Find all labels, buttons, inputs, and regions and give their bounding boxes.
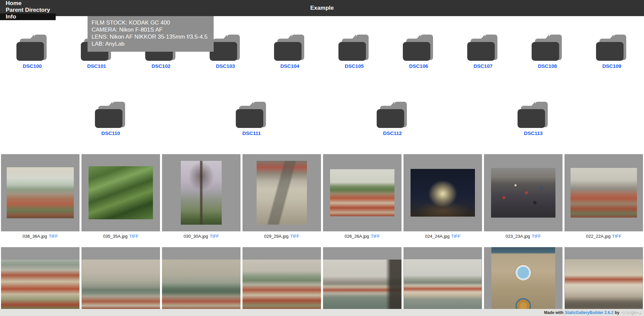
folder-item-dsc100[interactable]: DSC100 [0, 35, 64, 69]
footer-builder-link[interactable]: StaticGalleryBuilder 2.6.2 [565, 310, 613, 315]
thumbnail-image[interactable] [82, 260, 160, 312]
thumbnail-box[interactable] [404, 154, 482, 231]
thumbnail-cell [0, 247, 80, 316]
folder-label[interactable]: DSC110 [101, 130, 120, 136]
folder-label[interactable]: DSC107 [474, 63, 493, 69]
folder-icon-front [532, 42, 559, 61]
folder-icon-front [377, 109, 404, 128]
thumbnail-box[interactable] [404, 247, 482, 316]
thumbnail-box[interactable] [82, 247, 160, 316]
folder-item-dsc105[interactable]: DSC105 [322, 35, 386, 69]
info-tooltip-line: LENS: Nikon AF NIKKOR 35-135mm f/3.5-4.5 [92, 33, 210, 40]
thumbnail-box[interactable] [484, 247, 562, 316]
tiff-link[interactable]: TIFF [210, 234, 219, 239]
thumbnail-image[interactable] [491, 168, 555, 218]
thumbnail-box[interactable] [243, 247, 321, 316]
thumbnail-caption: 030_30A.jpgTIFF [162, 234, 240, 239]
folder-label[interactable]: DSC100 [23, 63, 42, 69]
thumbnail-filename: 022_22A.jpg [586, 234, 610, 239]
folder-icon-front [467, 42, 495, 61]
folder-label[interactable]: DSC103 [216, 63, 235, 69]
folder-item-dsc112[interactable]: DSC112 [322, 102, 463, 136]
tiff-link[interactable]: TIFF [612, 234, 621, 239]
folder-label[interactable]: DSC104 [280, 63, 300, 69]
tiff-link[interactable]: TIFF [371, 234, 380, 239]
folder-item-dsc106[interactable]: DSC106 [386, 35, 451, 69]
folder-item-dsc110[interactable]: DSC110 [40, 102, 181, 136]
thumbnail-box[interactable] [1, 247, 79, 316]
thumbnail-image[interactable] [571, 168, 637, 218]
folder-row-2: DSC110DSC111DSC112DSC113 [0, 102, 644, 136]
thumbnail-image[interactable] [243, 260, 321, 312]
thumbnail-box[interactable] [82, 154, 160, 231]
footer-brand-logo[interactable]: </srgn> [621, 310, 639, 315]
thumbnail-box[interactable] [484, 154, 562, 231]
folder-icon-front [403, 42, 430, 61]
folder-label[interactable]: DSC113 [524, 130, 543, 136]
info-tooltip-line: LAB: AnyLab [92, 40, 210, 47]
folder-label[interactable]: DSC111 [242, 130, 261, 136]
folder-icon-front [596, 42, 624, 61]
folder-icon [518, 102, 549, 128]
nav-item-info[interactable]: Info [0, 13, 56, 20]
thumbnail-caption: 024_24A.jpgTIFF [404, 234, 482, 239]
thumbnail-cell: 030_30A.jpgTIFF [161, 154, 241, 247]
folder-label[interactable]: DSC101 [87, 63, 106, 69]
tiff-link[interactable]: TIFF [49, 234, 58, 239]
nav-item-home[interactable]: Home [0, 0, 56, 7]
folder-label[interactable]: DSC109 [602, 63, 622, 69]
thumbnail-cell: 024_24A.jpgTIFF [402, 154, 483, 247]
thumbnail-box[interactable] [323, 247, 401, 316]
tiff-link[interactable]: TIFF [532, 234, 541, 239]
thumbnail-image[interactable] [181, 161, 222, 225]
navbar-items: HomeParent DirectoryInfo [0, 0, 56, 16]
folder-icon [16, 35, 48, 61]
thumbnail-image[interactable] [1, 260, 79, 312]
folder-label[interactable]: DSC112 [383, 130, 402, 136]
thumbnail-box[interactable] [1, 154, 79, 231]
thumbnail-image[interactable] [411, 169, 475, 217]
thumbnail-image[interactable] [323, 260, 401, 312]
folder-label[interactable]: DSC106 [409, 63, 428, 69]
thumbnail-box[interactable] [243, 154, 321, 231]
thumbnail-cell: 029_29A.jpgTIFF [241, 154, 322, 247]
folder-icon [274, 35, 306, 61]
thumbnail-filename: 036_36A.jpg [22, 234, 47, 239]
thumbnail-cell [241, 247, 322, 316]
folder-label[interactable]: DSC102 [152, 63, 171, 69]
thumbnail-cell: 035_35A.jpgTIFF [80, 154, 161, 247]
thumbnail-image[interactable] [257, 161, 307, 225]
thumbnail-image[interactable] [565, 259, 643, 312]
folder-icon-front [236, 109, 263, 128]
thumbnail-box[interactable] [323, 154, 401, 231]
folder-label[interactable]: DSC108 [538, 63, 557, 69]
thumbnail-image[interactable] [330, 169, 394, 216]
thumbnail-filename: 026_26A.jpg [344, 234, 369, 239]
thumbnail-image[interactable] [162, 260, 240, 312]
thumbnail-image[interactable] [7, 167, 74, 218]
folder-item-dsc107[interactable]: DSC107 [451, 35, 515, 69]
folder-icon [236, 102, 267, 128]
thumbnail-cell [402, 247, 483, 316]
tiff-link[interactable]: TIFF [290, 234, 299, 239]
info-tooltip: FILM STOCK: KODAK GC 400CAMERA: Nikon F-… [88, 16, 214, 52]
folder-item-dsc104[interactable]: DSC104 [258, 35, 322, 69]
folder-icon [338, 35, 370, 61]
folder-item-dsc113[interactable]: DSC113 [463, 102, 604, 136]
thumbnail-image[interactable] [491, 247, 555, 316]
folder-label[interactable]: DSC105 [345, 63, 364, 69]
folder-item-dsc109[interactable]: DSC109 [580, 35, 644, 69]
thumbnail-image[interactable] [404, 259, 482, 312]
thumbnail-caption: 029_29A.jpgTIFF [243, 234, 321, 239]
tiff-link[interactable]: TIFF [451, 234, 460, 239]
thumbnail-filename: 035_35A.jpg [103, 234, 127, 239]
thumbnail-box[interactable] [565, 247, 643, 316]
thumbnail-image[interactable] [89, 166, 153, 219]
thumbnail-box[interactable] [162, 154, 240, 231]
folder-item-dsc108[interactable]: DSC108 [515, 35, 580, 69]
nav-item-parent-directory[interactable]: Parent Directory [0, 7, 56, 13]
tiff-link[interactable]: TIFF [129, 234, 138, 239]
folder-item-dsc111[interactable]: DSC111 [181, 102, 322, 136]
thumbnail-box[interactable] [162, 247, 240, 316]
thumbnail-box[interactable] [565, 154, 643, 231]
